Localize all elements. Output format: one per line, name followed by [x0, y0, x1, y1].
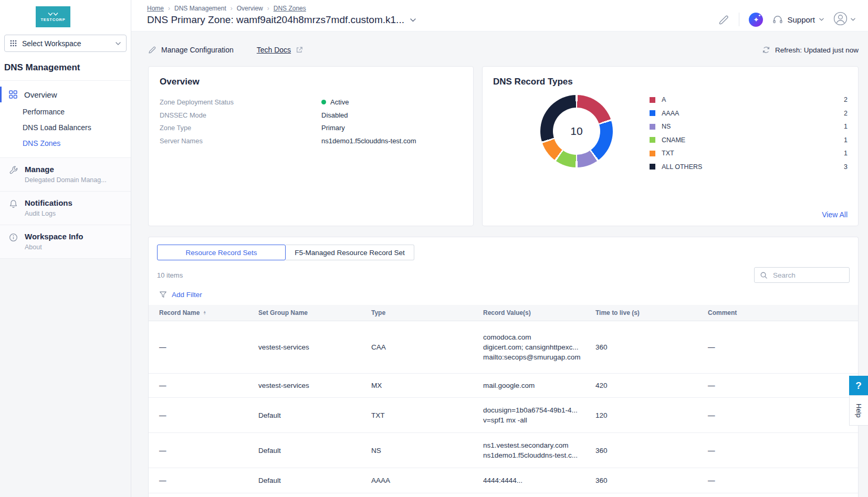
- chart-card-title: DNS Record Types: [493, 77, 848, 87]
- column-header-set-group-name: Set Group Name: [258, 309, 371, 316]
- filter-funnel-icon: [159, 291, 167, 299]
- column-header-label: Record Name: [159, 309, 200, 316]
- table-row[interactable]: —vestest-servicesMXmail.google.com420—: [149, 374, 858, 398]
- paintbrush-icon[interactable]: [718, 14, 729, 25]
- breadcrumb: Home›DNS Management›Overview›DNS Zones: [147, 5, 416, 12]
- cell-comment: —: [708, 477, 850, 484]
- legend-item-all-others: ALL OTHERS3: [650, 163, 848, 171]
- breadcrumb-separator: ›: [168, 5, 170, 12]
- cell-record-values: 4444:4444...: [483, 475, 595, 485]
- table-row[interactable]: —vestest-servicesCAAcomodoca.comdigicert…: [149, 321, 858, 374]
- breadcrumb-item-overview[interactable]: Overview: [237, 5, 263, 12]
- sidebar-filler: [0, 258, 131, 497]
- cell-type: NS: [371, 447, 483, 454]
- breadcrumb-item-dns-management[interactable]: DNS Management: [174, 5, 226, 12]
- add-filter-button[interactable]: Add Filter: [159, 291, 850, 299]
- overview-rows: Zone Deployment StatusActiveDNSSEC ModeD…: [160, 98, 462, 145]
- record-value-line: digicert.com; cansignhttpexc...: [483, 342, 588, 352]
- support-menu[interactable]: Support: [772, 14, 824, 25]
- sidebar-item-performance[interactable]: Performance: [0, 104, 131, 120]
- overview-row-value: ns1demo1.f5clouddns-test.com: [321, 137, 416, 145]
- overview-row-value: Active: [321, 98, 349, 106]
- cell-comment: —: [708, 343, 850, 351]
- cell-ttl: 420: [595, 382, 708, 389]
- workspace-selector-label: Select Workspace: [22, 39, 81, 48]
- nav-group-notifications: Notifications Audit Logs: [0, 191, 131, 225]
- ai-assistant-button[interactable]: ✦✦: [749, 13, 763, 27]
- breadcrumb-separator: ›: [231, 5, 233, 12]
- table-row[interactable]: —DefaultNSns1.vestest.secondary.comns1de…: [149, 433, 858, 468]
- sidebar-item-manage[interactable]: Manage Delegated Domain Manag...: [0, 158, 131, 191]
- breadcrumb-item-home[interactable]: Home: [147, 5, 164, 12]
- overview-row-label: Zone Deployment Status: [160, 98, 321, 106]
- view-all-link[interactable]: View All: [822, 210, 848, 219]
- record-value-line: ns1.vestest.secondary.com: [483, 440, 588, 450]
- tech-docs-link[interactable]: Tech Docs: [257, 46, 303, 54]
- sidebar-item-overview[interactable]: Overview: [0, 85, 131, 104]
- tech-docs-label: Tech Docs: [257, 46, 291, 54]
- refresh-label: Refresh: Updated just now: [775, 46, 859, 54]
- sidebar-item-workspace-info[interactable]: Workspace Info About: [0, 225, 131, 258]
- overview-row-label: Zone Type: [160, 124, 321, 132]
- column-header-label: Type: [371, 309, 385, 316]
- column-header-record-name[interactable]: Record Name▲▼: [159, 309, 258, 316]
- search-input[interactable]: [772, 271, 844, 280]
- table-row[interactable]: —DefaultAAAA4444:4444...360—: [149, 468, 858, 493]
- legend-swatch: [650, 97, 655, 103]
- nav-group-workspace-info: Workspace Info About: [0, 225, 131, 258]
- overview-row: Zone Deployment StatusActive: [160, 98, 462, 106]
- breadcrumb-item-dns-zones[interactable]: DNS Zones: [274, 5, 306, 12]
- table-row[interactable]: —DefaultTXTdocusign=1b0a6754-49b1-4...v=…: [149, 398, 858, 433]
- record-value-line: docusign=1b0a6754-49b1-4...: [483, 405, 588, 415]
- legend-label: NS: [662, 123, 671, 130]
- help-widget: ? Help: [849, 376, 868, 426]
- cell-record-values: docusign=1b0a6754-49b1-4...v=spf1 mx -al…: [483, 405, 595, 425]
- dns-record-types-card: DNS Record Types 10 A2AAAA2NS1CNAME1TXT1…: [482, 66, 859, 226]
- chevron-down-icon: [851, 18, 855, 21]
- record-value-line: v=spf1 mx -all: [483, 415, 588, 425]
- cell-ttl: 360: [595, 343, 708, 351]
- help-question-button[interactable]: ?: [849, 376, 868, 395]
- cell-set-group-name: vestest-services: [258, 382, 371, 389]
- info-icon: [9, 233, 18, 251]
- active-indicator: [0, 87, 2, 102]
- title-chevron-down-icon[interactable]: [410, 18, 416, 22]
- record-value-line: 4444:4444...: [483, 475, 588, 485]
- record-sets-panel: Resource Record SetsF5-Managed Resource …: [148, 237, 859, 497]
- tab-f5-managed-resource-record-set[interactable]: F5-Managed Resource Record Set: [286, 245, 414, 260]
- account-menu[interactable]: [833, 12, 855, 28]
- page-title: DNS Primary Zone: wamf9ait204h8mrzs7mdf.…: [147, 14, 404, 26]
- legend-swatch: [650, 164, 655, 170]
- cell-comment: —: [708, 382, 850, 389]
- headset-icon: [772, 14, 783, 25]
- sidebar-item-sublabel: Delegated Domain Manag...: [25, 176, 107, 184]
- help-label: Help: [855, 404, 863, 418]
- help-tab[interactable]: Help: [849, 395, 868, 426]
- legend-label: CNAME: [662, 136, 685, 144]
- legend-swatch: [650, 151, 655, 156]
- tab-resource-record-sets[interactable]: Resource Record Sets: [157, 245, 286, 260]
- workspace-selector[interactable]: Select Workspace: [4, 35, 127, 52]
- legend-swatch: [650, 110, 655, 116]
- manage-configuration-button[interactable]: Manage Configuration: [148, 46, 234, 54]
- sidebar-item-dns-load-balancers[interactable]: DNS Load Balancers: [0, 120, 131, 135]
- legend-item-a: A2: [650, 96, 848, 103]
- refresh-icon: [762, 46, 770, 54]
- cell-comment: —: [708, 411, 850, 419]
- cell-ttl: 360: [595, 447, 708, 454]
- column-header-label: Comment: [708, 309, 737, 316]
- legend-count: 1: [844, 123, 848, 130]
- sort-icon[interactable]: ▲▼: [203, 311, 206, 315]
- legend-item-txt: TXT1: [650, 150, 848, 157]
- sidebar-item-dns-zones[interactable]: DNS Zones: [0, 135, 131, 151]
- main-area: Home›DNS Management›Overview›DNS Zones D…: [131, 0, 868, 497]
- manage-configuration-label: Manage Configuration: [161, 46, 234, 54]
- add-filter-label: Add Filter: [172, 291, 202, 299]
- table-body: —vestest-servicesCAAcomodoca.comdigicert…: [149, 321, 858, 497]
- overview-row-label: DNSSEC Mode: [160, 111, 321, 119]
- refresh-button[interactable]: Refresh: Updated just now: [762, 46, 859, 54]
- sidebar-item-notifications[interactable]: Notifications Audit Logs: [0, 192, 131, 225]
- legend-label: AAAA: [662, 110, 679, 117]
- testcorp-logo: TESTCORP: [36, 6, 70, 27]
- summary-cards: Overview Zone Deployment StatusActiveDNS…: [148, 66, 859, 226]
